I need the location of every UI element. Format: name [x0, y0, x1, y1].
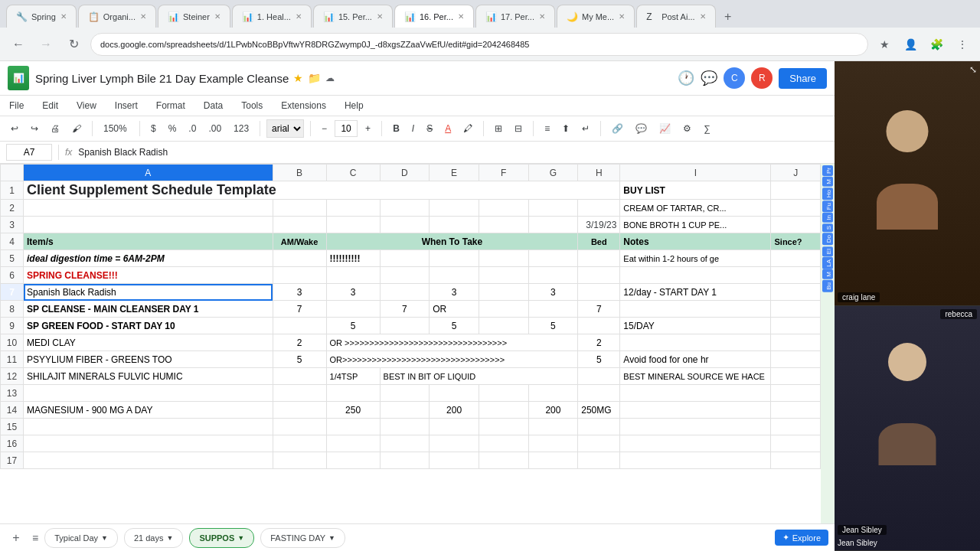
cell-b5[interactable] — [273, 250, 326, 267]
cell-i7[interactable]: 12/day - START DAY 1 — [620, 284, 771, 301]
reload-button[interactable]: ↻ — [63, 34, 84, 55]
cell-d9[interactable] — [380, 318, 430, 334]
cell-e14[interactable]: 200 — [430, 402, 479, 419]
col-header-h[interactable]: H — [578, 165, 620, 181]
font-size-increase[interactable]: + — [361, 122, 375, 135]
cell-h10[interactable]: 2 — [578, 334, 620, 351]
cell-a7[interactable]: Spanish Black Radish — [24, 284, 273, 301]
sheet-list-button[interactable]: ≡ — [32, 532, 38, 544]
cell-d17[interactable] — [380, 452, 430, 469]
cell-j12[interactable] — [771, 368, 821, 385]
cell-h17[interactable] — [578, 452, 620, 469]
cell-i13[interactable] — [620, 385, 771, 402]
cell-c3[interactable] — [326, 217, 380, 233]
tab-per16[interactable]: 📊 16. Per... ✕ — [394, 5, 474, 28]
col-header-d[interactable]: D — [380, 165, 430, 181]
right-tab-el[interactable]: El — [822, 246, 833, 256]
tab-per17[interactable]: 📊 17. Per... ✕ — [475, 5, 555, 28]
cell-j6[interactable] — [771, 267, 821, 284]
formula-button[interactable]: ∑ — [699, 122, 715, 135]
cell-j15[interactable] — [771, 419, 821, 435]
col-header-c[interactable]: C — [326, 165, 380, 181]
chart-button[interactable]: 📈 — [655, 122, 675, 135]
cell-d5[interactable] — [380, 250, 430, 267]
borders-button[interactable]: ⊞ — [490, 122, 507, 135]
cell-j11[interactable] — [771, 351, 821, 368]
cell-e17[interactable] — [430, 452, 479, 469]
font-size-input[interactable] — [335, 120, 358, 137]
tab-close-steiner[interactable]: ✕ — [214, 12, 220, 21]
right-tab-m1[interactable]: M — [822, 177, 833, 187]
right-tab-do[interactable]: Do — [822, 233, 833, 245]
cell-j5[interactable] — [771, 250, 821, 267]
cell-b11[interactable]: 5 — [273, 351, 326, 368]
cell-a5[interactable]: ideal digestion time = 6AM-2PM — [24, 250, 273, 267]
decimal-dec-button[interactable]: .0 — [184, 122, 201, 135]
format-123-button[interactable]: 123 — [229, 122, 253, 135]
cell-i9[interactable]: 15/DAY — [620, 318, 771, 334]
col-header-e[interactable]: E — [430, 165, 479, 181]
cell-g9[interactable]: 5 — [528, 318, 578, 334]
explore-button[interactable]: ✦ Explore — [775, 530, 828, 546]
cell-j3[interactable] — [771, 217, 821, 233]
sheet-tab-fasting[interactable]: FASTING DAY ▼ — [260, 528, 345, 548]
cell-a6[interactable]: SPRING CLEANSE!!! — [24, 267, 273, 284]
cell-c13[interactable] — [326, 385, 380, 402]
cell-b3[interactable] — [273, 217, 326, 233]
cell-b9[interactable] — [273, 318, 326, 334]
menu-view[interactable]: View — [74, 97, 100, 114]
cell-g2[interactable] — [528, 200, 578, 217]
cell-i11[interactable]: Avoid food for one hr — [620, 351, 771, 368]
right-tab-in[interactable]: In — [822, 213, 833, 223]
menu-insert[interactable]: Insert — [112, 97, 141, 114]
cell-c9[interactable]: 5 — [326, 318, 380, 334]
font-selector[interactable]: arial — [266, 119, 304, 138]
cell-i2[interactable]: CREAM OF TARTAR, CR... — [620, 200, 771, 217]
cell-a1[interactable]: Client Supplement Schedule Template — [24, 181, 620, 200]
cell-j8[interactable] — [771, 301, 821, 318]
tab-close-per15[interactable]: ✕ — [377, 12, 383, 21]
cell-g13[interactable] — [528, 385, 578, 402]
right-tab-s[interactable]: S — [822, 223, 833, 232]
cell-i16[interactable] — [620, 435, 771, 452]
cell-e3[interactable] — [430, 217, 479, 233]
col-header-f[interactable]: F — [479, 165, 528, 181]
cell-h12[interactable] — [578, 368, 620, 385]
right-tab-bu[interactable]: Bu — [822, 280, 833, 292]
percent-button[interactable]: % — [164, 122, 181, 135]
cell-f6[interactable] — [479, 267, 528, 284]
cell-g14[interactable]: 200 — [528, 402, 578, 419]
tab-spring[interactable]: 🔧 Spring ✕ — [6, 5, 77, 28]
cell-g7[interactable]: 3 — [528, 284, 578, 301]
cell-c10[interactable]: OR >>>>>>>>>>>>>>>>>>>>>>>>>>>>>>>>> — [326, 334, 578, 351]
valign-button[interactable]: ⬆ — [557, 122, 574, 135]
cell-a17[interactable] — [24, 452, 273, 469]
cell-c2[interactable] — [326, 200, 380, 217]
cell-g16[interactable] — [528, 435, 578, 452]
undo-button[interactable]: ↩ — [6, 122, 23, 135]
currency-button[interactable]: $ — [146, 122, 161, 135]
cell-a8[interactable]: SP CLEANSE - MAIN CLEANSER DAY 1 — [24, 301, 273, 318]
cell-d12[interactable]: BEST IN BIT OF LIQUID — [380, 368, 578, 385]
cell-a3[interactable] — [24, 217, 273, 233]
tab-close-heal[interactable]: ✕ — [296, 12, 302, 21]
tab-close-organi[interactable]: ✕ — [140, 12, 146, 21]
redo-button[interactable]: ↪ — [26, 122, 43, 135]
cell-g15[interactable] — [528, 419, 578, 435]
cell-b12[interactable] — [273, 368, 326, 385]
cell-g3[interactable] — [528, 217, 578, 233]
bookmark-button[interactable]: ★ — [874, 34, 894, 54]
cell-a15[interactable] — [24, 419, 273, 435]
cell-i5[interactable]: Eat within 1-2 hours of ge — [620, 250, 771, 267]
cell-f9[interactable] — [479, 318, 528, 334]
cell-c16[interactable] — [326, 435, 380, 452]
menu-data[interactable]: Data — [201, 97, 226, 114]
new-tab-button[interactable]: + — [717, 6, 739, 28]
right-tab-m2[interactable]: M — [822, 269, 833, 279]
cell-b16[interactable] — [273, 435, 326, 452]
cell-e13[interactable] — [430, 385, 479, 402]
cell-b4[interactable]: AM/Wake — [273, 233, 326, 250]
cell-j2[interactable] — [771, 200, 821, 217]
right-tab-fu[interactable]: Fu — [822, 201, 833, 212]
cell-reference[interactable] — [6, 144, 52, 161]
